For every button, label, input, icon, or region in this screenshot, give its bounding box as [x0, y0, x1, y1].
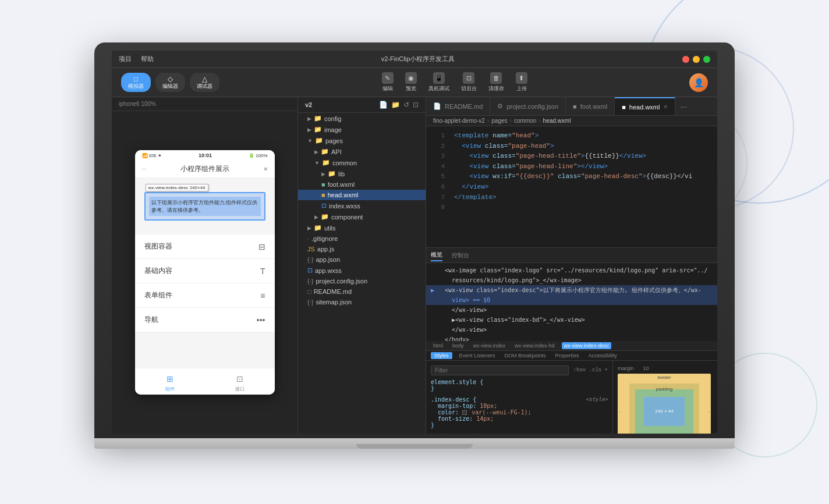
tool-clear-cache[interactable]: 🗑 清缓存	[488, 72, 504, 93]
tab-head-wxml[interactable]: ■ head.wxml ✕	[615, 97, 675, 115]
device-info: iphone6 100%	[112, 97, 297, 111]
refresh-icon[interactable]: ↺	[403, 101, 409, 109]
tree-item-app-wxss[interactable]: ⊡ app.wxss	[298, 265, 426, 276]
arrow-icon: ▶	[314, 149, 318, 155]
debug-icon: △	[202, 75, 207, 83]
file-icon: {·}	[307, 278, 313, 285]
elem-tab-wx-view-index-desc[interactable]: wx-view.index-desc	[562, 342, 612, 349]
more-tabs-icon[interactable]: ···	[675, 102, 692, 111]
style-tab-event-listeners[interactable]: Event Listeners	[457, 352, 498, 359]
arrow-icon: ▼	[307, 138, 313, 144]
tool-preview[interactable]: ◉ 预览	[405, 72, 417, 93]
tree-item-common[interactable]: ▼ 📁 common	[298, 157, 426, 168]
html-line-6: ▶<wx-view class="index-bd">_</wx-view>	[426, 315, 717, 325]
readme-file-icon: 📄	[433, 102, 441, 110]
elem-tab-wx-view-index-hd[interactable]: wx-view.index-hd	[512, 342, 557, 349]
tool-background[interactable]: ⊡ 切后台	[461, 72, 477, 93]
title-bar: 项目 帮助 v2-FinClip小程序开发工具	[112, 51, 717, 68]
device-frame: 📶 IDE ✦ 10:01 🔋 100% ··· 小程序组件展示 ✕	[112, 111, 297, 434]
bottom-tabs-bar: 概览 控制台	[426, 248, 717, 263]
simulator-button[interactable]: □ 模拟器	[121, 73, 151, 92]
style-tab-properties[interactable]: Properties	[553, 352, 582, 359]
phone-highlight-box: wx-view.index-desc 240×44 以下组展示小程序官方组件能力…	[144, 192, 265, 221]
tool-edit[interactable]: ✎ 编辑	[382, 72, 394, 93]
background-icon: ⊡	[463, 72, 474, 84]
tab-console[interactable]: 控制台	[452, 250, 469, 261]
toolbar-right: 👤	[689, 73, 708, 92]
debug-button[interactable]: △ 调试器	[190, 73, 219, 92]
arrow-icon: ▶	[307, 225, 311, 231]
menu-item-form[interactable]: 表单组件 ≡	[135, 283, 275, 308]
tree-item-pages[interactable]: ▼ 📁 pages	[298, 135, 426, 146]
editor-icon: ◇	[168, 75, 173, 83]
tree-item-sitemap[interactable]: {·} sitemap.json	[298, 297, 426, 307]
new-folder-icon[interactable]: 📁	[391, 101, 400, 109]
html-line-2: resources/kind/logo.png">_</wx-image>	[426, 275, 717, 285]
html-view[interactable]: <wx-image class="index-logo" src="../res…	[426, 263, 717, 341]
tree-item-app-json[interactable]: {·} app.json	[298, 254, 426, 265]
bottom-panel: 概览 控制台 <wx-image class="index-logo" src=…	[426, 247, 717, 434]
edit-icon: ✎	[382, 72, 394, 84]
menu-item-project[interactable]: 项目	[119, 55, 132, 63]
menu-item-help[interactable]: 帮助	[141, 55, 154, 63]
tree-item-utils[interactable]: ▶ 📁 utils	[298, 222, 426, 233]
code-line-8: 8	[426, 203, 717, 213]
bottom-nav-interface[interactable]: ⊡ 接口	[234, 373, 246, 392]
window-title: v2-FinClip小程序开发工具	[381, 55, 455, 63]
box-padding: padding 240 × 44	[635, 389, 693, 434]
collapse-icon[interactable]: ⊡	[413, 101, 419, 109]
code-line-6: 6 </view>	[426, 182, 717, 193]
menu-item-view-container[interactable]: 视图容器 ⊟	[135, 235, 275, 259]
tree-item-app-js[interactable]: JS app.js	[298, 244, 426, 254]
tree-item-readme[interactable]: □ README.md	[298, 286, 426, 297]
file-icon: ⊡	[321, 202, 327, 210]
phone-content: wx-view.index-desc 240×44 以下组展示小程序官方组件能力…	[135, 178, 275, 368]
basic-content-icon: T	[260, 267, 265, 276]
tab-project-config[interactable]: ⚙ project.config.json	[490, 97, 566, 115]
tree-item-api[interactable]: ▶ 📁 API	[298, 146, 426, 157]
tree-item-foot-wxml[interactable]: ■ foot.wxml	[298, 179, 426, 190]
tree-item-config[interactable]: ▶ 📁 config	[298, 113, 426, 124]
components-nav-icon: ⊞	[164, 373, 176, 385]
explorer-title: v2	[305, 101, 312, 108]
tree-item-head-wxml[interactable]: ■ head.wxml	[298, 190, 426, 200]
elem-tab-wx-view-index[interactable]: wx-view.index	[471, 342, 508, 349]
tree-item-gitignore[interactable]: · .gitignore	[298, 233, 426, 244]
tool-device-debug[interactable]: 📱 真机调试	[428, 72, 449, 93]
tool-upload[interactable]: ⬆ 上传	[516, 72, 527, 93]
tree-item-component[interactable]: ▶ 📁 component	[298, 211, 426, 222]
minimize-button[interactable]	[693, 56, 700, 63]
elem-tab-html[interactable]: html	[431, 342, 445, 349]
tab-overview[interactable]: 概览	[431, 250, 442, 261]
style-rule-element: element.style { }	[431, 379, 608, 392]
style-tab-styles[interactable]: Styles	[431, 352, 452, 359]
code-editor[interactable]: 1 <template name="head"> 2 <view class="…	[426, 126, 717, 247]
close-button[interactable]	[682, 56, 689, 63]
new-file-icon[interactable]: 📄	[379, 101, 388, 109]
breadcrumb-file: head.wxml	[543, 118, 571, 124]
tree-item-project-config[interactable]: {·} project.config.json	[298, 276, 426, 286]
menu-item-basic-content[interactable]: 基础内容 T	[135, 259, 275, 283]
style-tab-dom-breakpoints[interactable]: DOM Breakpoints	[502, 352, 548, 359]
arrow-icon: ▼	[314, 160, 320, 166]
tab-readme[interactable]: 📄 README.md	[426, 97, 490, 115]
elem-tab-body[interactable]: body	[450, 342, 466, 349]
folder-icon: 📁	[328, 170, 336, 178]
bottom-nav-components[interactable]: ⊞ 组件	[164, 373, 176, 392]
editor-tabs: 📄 README.md ⚙ project.config.json ■ foot…	[426, 97, 717, 116]
close-tab-icon[interactable]: ✕	[663, 104, 668, 110]
tree-item-lib[interactable]: ▶ 📁 lib	[298, 168, 426, 179]
editor-button[interactable]: ◇ 编辑器	[155, 73, 185, 92]
user-avatar[interactable]: 👤	[689, 73, 708, 92]
phone-status-bar: 📶 IDE ✦ 10:01 🔋 100%	[135, 150, 275, 161]
maximize-button[interactable]	[703, 56, 710, 63]
ide-container: 项目 帮助 v2-FinClip小程序开发工具 □	[112, 51, 717, 434]
tree-item-index-wxss[interactable]: ⊡ index.wxss	[298, 200, 426, 211]
menu-item-nav[interactable]: 导航 •••	[135, 308, 275, 332]
filter-input[interactable]	[431, 365, 569, 375]
folder-icon: 📁	[314, 224, 322, 232]
style-tab-accessibility[interactable]: Accessibility	[586, 352, 619, 359]
tab-foot-wxml[interactable]: ■ foot.wxml	[566, 97, 615, 115]
filter-pseudo[interactable]: :hov .cls +	[573, 367, 608, 373]
tree-item-image[interactable]: ▶ 📁 image	[298, 124, 426, 135]
